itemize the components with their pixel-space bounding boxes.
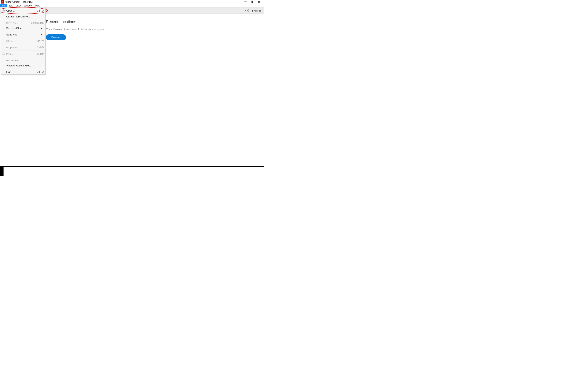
folder-open-icon: [2, 10, 6, 12]
menu-open[interactable]: Open... Ctrl+O: [1, 8, 45, 14]
menu-send-file-label: Send File: [6, 33, 41, 36]
separator: [2, 50, 44, 51]
menu-close-label: Close: [6, 40, 36, 42]
menu-print-shortcut: Ctrl+P: [37, 52, 44, 55]
svg-rect-0: [251, 1, 253, 3]
menu-view-recent[interactable]: View All Recent Files...: [1, 63, 45, 68]
separator: [2, 68, 44, 69]
recent-locations-title: Recent Locations: [46, 20, 260, 24]
svg-rect-1: [252, 1, 253, 2]
menu-properties-label: Properties...: [6, 46, 37, 49]
menu-send-file[interactable]: Send File ▶: [1, 32, 45, 37]
app-icon: [1, 0, 4, 4]
close-button[interactable]: ✕: [258, 0, 260, 4]
help-icon[interactable]: ?: [246, 9, 249, 12]
menu-properties: Properties... Ctrl+D: [1, 45, 45, 50]
app-title: Adobe Acrobat Reader DC: [5, 0, 32, 3]
bottom-strip: [4, 166, 264, 176]
menu-save-as-other-label: Save as Other: [6, 27, 41, 30]
menubar-item-help[interactable]: Help: [34, 4, 42, 7]
separator: [2, 57, 44, 57]
menubar-item-view[interactable]: View: [14, 4, 22, 7]
submenu-arrow-icon: ▶: [41, 27, 44, 29]
submenu-arrow-icon: ▶: [41, 34, 44, 36]
menu-exit-shortcut: Ctrl+Q: [37, 70, 44, 73]
menu-close-shortcut: Ctrl+W: [36, 40, 44, 42]
menu-create-pdf-label: Create PDF Online...: [6, 15, 44, 18]
window-controls: — ✕: [244, 0, 264, 4]
menubar-item-window[interactable]: Window: [22, 4, 34, 7]
browse-button[interactable]: Browse: [46, 34, 66, 40]
menubar-item-edit[interactable]: Edit: [7, 4, 14, 7]
menu-open-shortcut: Ctrl+O: [37, 10, 44, 12]
menu-exit[interactable]: Exit Ctrl+Q: [1, 70, 45, 74]
menu-save-as: Save As... Shift+Ctrl+S: [1, 20, 45, 26]
menu-open-label: Open...: [6, 9, 37, 12]
titlebar: Adobe Acrobat Reader DC — ✕: [0, 0, 264, 4]
menu-save-as-label: Save As...: [6, 22, 31, 24]
svg-rect-3: [2, 53, 5, 54]
separator: [2, 44, 44, 44]
menu-properties-shortcut: Ctrl+D: [37, 46, 44, 49]
content-panel: Recent Locations Click 'Browse' to open …: [39, 14, 264, 166]
menu-print-label: Print...: [6, 52, 37, 56]
menubar: File Edit View Window Help: [0, 4, 264, 7]
svg-rect-4: [3, 54, 4, 55]
menu-create-pdf[interactable]: Create PDF Online...: [1, 14, 45, 19]
menu-save-as-other[interactable]: Save as Other ▶: [1, 26, 45, 30]
menubar-item-file[interactable]: File: [0, 4, 7, 7]
menu-exit-label: Exit: [6, 70, 37, 74]
menu-close: Close Ctrl+W: [1, 38, 45, 44]
menu-save-as-shortcut: Shift+Ctrl+S: [31, 22, 44, 24]
menu-recent-file-label: Recent File: [6, 59, 44, 62]
separator: [2, 20, 44, 20]
taskbar-fragment: [0, 166, 4, 176]
print-icon: [2, 52, 6, 55]
menu-view-recent-label: View All Recent Files...: [6, 64, 44, 67]
maximize-button[interactable]: [251, 0, 253, 4]
signin-link[interactable]: Sign In: [252, 9, 261, 12]
minimize-button[interactable]: —: [244, 0, 246, 3]
menu-recent-file: Recent File: [1, 58, 45, 63]
file-dropdown: Open... Ctrl+O Create PDF Online... Save…: [0, 7, 46, 75]
recent-locations-hint: Click 'Browse' to open a file from your …: [46, 28, 260, 31]
menu-print: Print... Ctrl+P: [1, 51, 45, 56]
